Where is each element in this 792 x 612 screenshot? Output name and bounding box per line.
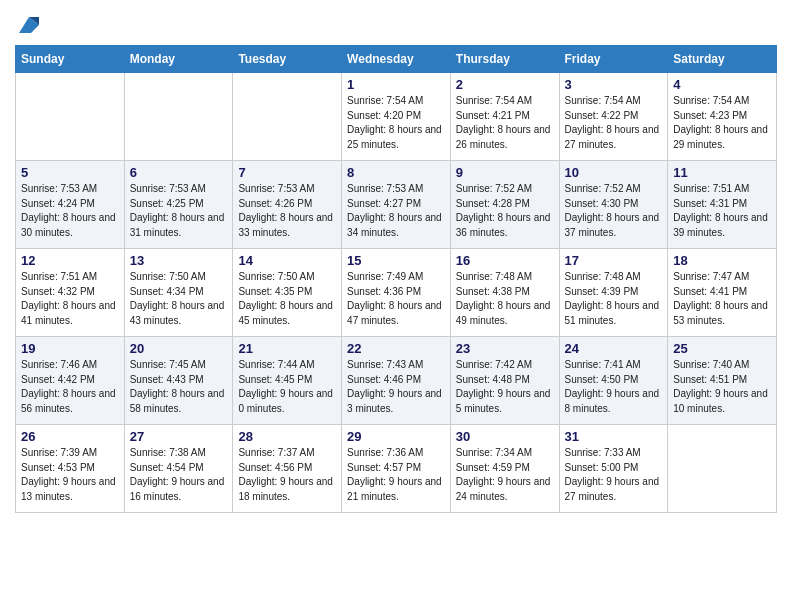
cell-info: Sunrise: 7:48 AM Sunset: 4:38 PM Dayligh…: [456, 270, 554, 328]
calendar-cell: [668, 425, 777, 513]
calendar-cell: 31Sunrise: 7:33 AM Sunset: 5:00 PM Dayli…: [559, 425, 668, 513]
calendar-cell: 30Sunrise: 7:34 AM Sunset: 4:59 PM Dayli…: [450, 425, 559, 513]
calendar-cell: 26Sunrise: 7:39 AM Sunset: 4:53 PM Dayli…: [16, 425, 125, 513]
cell-info: Sunrise: 7:46 AM Sunset: 4:42 PM Dayligh…: [21, 358, 119, 416]
calendar-cell: 28Sunrise: 7:37 AM Sunset: 4:56 PM Dayli…: [233, 425, 342, 513]
day-number: 17: [565, 253, 663, 268]
day-number: 19: [21, 341, 119, 356]
day-number: 7: [238, 165, 336, 180]
day-number: 23: [456, 341, 554, 356]
weekday-header-wednesday: Wednesday: [342, 46, 451, 73]
calendar-cell: 17Sunrise: 7:48 AM Sunset: 4:39 PM Dayli…: [559, 249, 668, 337]
cell-info: Sunrise: 7:49 AM Sunset: 4:36 PM Dayligh…: [347, 270, 445, 328]
calendar-cell: 21Sunrise: 7:44 AM Sunset: 4:45 PM Dayli…: [233, 337, 342, 425]
day-number: 4: [673, 77, 771, 92]
cell-info: Sunrise: 7:50 AM Sunset: 4:35 PM Dayligh…: [238, 270, 336, 328]
day-number: 24: [565, 341, 663, 356]
cell-info: Sunrise: 7:53 AM Sunset: 4:24 PM Dayligh…: [21, 182, 119, 240]
day-number: 21: [238, 341, 336, 356]
week-row-5: 26Sunrise: 7:39 AM Sunset: 4:53 PM Dayli…: [16, 425, 777, 513]
day-number: 14: [238, 253, 336, 268]
day-number: 20: [130, 341, 228, 356]
weekday-header-row: SundayMondayTuesdayWednesdayThursdayFrid…: [16, 46, 777, 73]
day-number: 18: [673, 253, 771, 268]
calendar-cell: 7Sunrise: 7:53 AM Sunset: 4:26 PM Daylig…: [233, 161, 342, 249]
calendar-cell: 11Sunrise: 7:51 AM Sunset: 4:31 PM Dayli…: [668, 161, 777, 249]
calendar-cell: 14Sunrise: 7:50 AM Sunset: 4:35 PM Dayli…: [233, 249, 342, 337]
day-number: 1: [347, 77, 445, 92]
logo-icon: [17, 15, 39, 37]
calendar-cell: 2Sunrise: 7:54 AM Sunset: 4:21 PM Daylig…: [450, 73, 559, 161]
cell-info: Sunrise: 7:33 AM Sunset: 5:00 PM Dayligh…: [565, 446, 663, 504]
cell-info: Sunrise: 7:42 AM Sunset: 4:48 PM Dayligh…: [456, 358, 554, 416]
cell-info: Sunrise: 7:40 AM Sunset: 4:51 PM Dayligh…: [673, 358, 771, 416]
calendar-cell: [16, 73, 125, 161]
cell-info: Sunrise: 7:51 AM Sunset: 4:31 PM Dayligh…: [673, 182, 771, 240]
calendar-cell: 27Sunrise: 7:38 AM Sunset: 4:54 PM Dayli…: [124, 425, 233, 513]
cell-info: Sunrise: 7:53 AM Sunset: 4:27 PM Dayligh…: [347, 182, 445, 240]
calendar-cell: 23Sunrise: 7:42 AM Sunset: 4:48 PM Dayli…: [450, 337, 559, 425]
calendar-cell: 19Sunrise: 7:46 AM Sunset: 4:42 PM Dayli…: [16, 337, 125, 425]
day-number: 25: [673, 341, 771, 356]
cell-info: Sunrise: 7:54 AM Sunset: 4:22 PM Dayligh…: [565, 94, 663, 152]
day-number: 5: [21, 165, 119, 180]
day-number: 11: [673, 165, 771, 180]
day-number: 3: [565, 77, 663, 92]
cell-info: Sunrise: 7:54 AM Sunset: 4:21 PM Dayligh…: [456, 94, 554, 152]
week-row-3: 12Sunrise: 7:51 AM Sunset: 4:32 PM Dayli…: [16, 249, 777, 337]
day-number: 29: [347, 429, 445, 444]
calendar-page: SundayMondayTuesdayWednesdayThursdayFrid…: [0, 0, 792, 528]
calendar-cell: 9Sunrise: 7:52 AM Sunset: 4:28 PM Daylig…: [450, 161, 559, 249]
day-number: 15: [347, 253, 445, 268]
week-row-4: 19Sunrise: 7:46 AM Sunset: 4:42 PM Dayli…: [16, 337, 777, 425]
calendar-table: SundayMondayTuesdayWednesdayThursdayFrid…: [15, 45, 777, 513]
cell-info: Sunrise: 7:38 AM Sunset: 4:54 PM Dayligh…: [130, 446, 228, 504]
weekday-header-sunday: Sunday: [16, 46, 125, 73]
cell-info: Sunrise: 7:39 AM Sunset: 4:53 PM Dayligh…: [21, 446, 119, 504]
cell-info: Sunrise: 7:54 AM Sunset: 4:23 PM Dayligh…: [673, 94, 771, 152]
day-number: 31: [565, 429, 663, 444]
calendar-cell: 22Sunrise: 7:43 AM Sunset: 4:46 PM Dayli…: [342, 337, 451, 425]
calendar-cell: [124, 73, 233, 161]
logo: [15, 10, 39, 37]
calendar-cell: 25Sunrise: 7:40 AM Sunset: 4:51 PM Dayli…: [668, 337, 777, 425]
day-number: 22: [347, 341, 445, 356]
day-number: 12: [21, 253, 119, 268]
header: [15, 10, 777, 37]
calendar-cell: 29Sunrise: 7:36 AM Sunset: 4:57 PM Dayli…: [342, 425, 451, 513]
weekday-header-monday: Monday: [124, 46, 233, 73]
day-number: 30: [456, 429, 554, 444]
calendar-cell: 24Sunrise: 7:41 AM Sunset: 4:50 PM Dayli…: [559, 337, 668, 425]
week-row-1: 1Sunrise: 7:54 AM Sunset: 4:20 PM Daylig…: [16, 73, 777, 161]
day-number: 13: [130, 253, 228, 268]
cell-info: Sunrise: 7:37 AM Sunset: 4:56 PM Dayligh…: [238, 446, 336, 504]
cell-info: Sunrise: 7:36 AM Sunset: 4:57 PM Dayligh…: [347, 446, 445, 504]
cell-info: Sunrise: 7:34 AM Sunset: 4:59 PM Dayligh…: [456, 446, 554, 504]
calendar-cell: 15Sunrise: 7:49 AM Sunset: 4:36 PM Dayli…: [342, 249, 451, 337]
cell-info: Sunrise: 7:43 AM Sunset: 4:46 PM Dayligh…: [347, 358, 445, 416]
cell-info: Sunrise: 7:52 AM Sunset: 4:30 PM Dayligh…: [565, 182, 663, 240]
cell-info: Sunrise: 7:45 AM Sunset: 4:43 PM Dayligh…: [130, 358, 228, 416]
calendar-cell: 20Sunrise: 7:45 AM Sunset: 4:43 PM Dayli…: [124, 337, 233, 425]
weekday-header-saturday: Saturday: [668, 46, 777, 73]
day-number: 16: [456, 253, 554, 268]
cell-info: Sunrise: 7:53 AM Sunset: 4:25 PM Dayligh…: [130, 182, 228, 240]
day-number: 10: [565, 165, 663, 180]
weekday-header-thursday: Thursday: [450, 46, 559, 73]
calendar-cell: [233, 73, 342, 161]
calendar-cell: 8Sunrise: 7:53 AM Sunset: 4:27 PM Daylig…: [342, 161, 451, 249]
weekday-header-tuesday: Tuesday: [233, 46, 342, 73]
cell-info: Sunrise: 7:54 AM Sunset: 4:20 PM Dayligh…: [347, 94, 445, 152]
cell-info: Sunrise: 7:52 AM Sunset: 4:28 PM Dayligh…: [456, 182, 554, 240]
calendar-cell: 4Sunrise: 7:54 AM Sunset: 4:23 PM Daylig…: [668, 73, 777, 161]
day-number: 2: [456, 77, 554, 92]
cell-info: Sunrise: 7:48 AM Sunset: 4:39 PM Dayligh…: [565, 270, 663, 328]
day-number: 28: [238, 429, 336, 444]
cell-info: Sunrise: 7:50 AM Sunset: 4:34 PM Dayligh…: [130, 270, 228, 328]
day-number: 9: [456, 165, 554, 180]
cell-info: Sunrise: 7:53 AM Sunset: 4:26 PM Dayligh…: [238, 182, 336, 240]
cell-info: Sunrise: 7:51 AM Sunset: 4:32 PM Dayligh…: [21, 270, 119, 328]
cell-info: Sunrise: 7:44 AM Sunset: 4:45 PM Dayligh…: [238, 358, 336, 416]
calendar-cell: 13Sunrise: 7:50 AM Sunset: 4:34 PM Dayli…: [124, 249, 233, 337]
calendar-cell: 3Sunrise: 7:54 AM Sunset: 4:22 PM Daylig…: [559, 73, 668, 161]
